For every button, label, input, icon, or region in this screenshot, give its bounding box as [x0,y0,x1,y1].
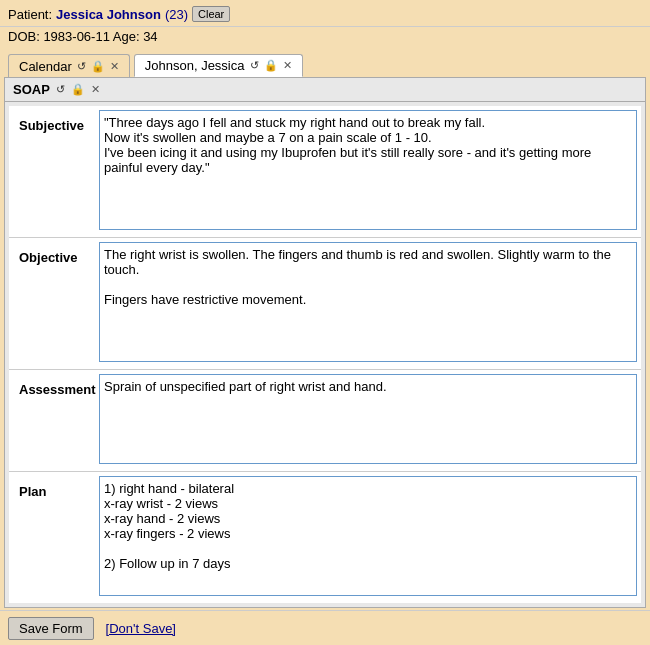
assessment-row: Assessment Sprain of unspecified part of… [9,370,641,472]
save-form-button[interactable]: Save Form [8,617,94,640]
plan-content: 1) right hand - bilateral x-ray wrist - … [99,472,641,603]
soap-content: Subjective "Three days ago I fell and st… [9,106,641,603]
patient-label: Patient: [8,7,52,22]
objective-row: Objective The right wrist is swollen. Th… [9,238,641,370]
tab-johnson-label: Johnson, Jessica [145,58,245,73]
soap-close-icon[interactable]: ✕ [91,83,100,96]
subjective-row: Subjective "Three days ago I fell and st… [9,106,641,238]
objective-content: The right wrist is swollen. The fingers … [99,238,641,369]
clear-button[interactable]: Clear [192,6,230,22]
calendar-lock-icon[interactable]: 🔒 [91,60,105,73]
patient-bar: Patient: Jessica Johnson (23) Clear [0,0,650,27]
tabs-bar: Calendar ↺ 🔒 ✕ Johnson, Jessica ↺ 🔒 ✕ [0,50,650,77]
dob-bar: DOB: 1983-06-11 Age: 34 [0,27,650,50]
patient-age: (23) [165,7,188,22]
soap-lock-icon[interactable]: 🔒 [71,83,85,96]
dob-label: DOB: 1983-06-11 Age: 34 [8,29,158,44]
plan-textarea[interactable]: 1) right hand - bilateral x-ray wrist - … [99,476,637,596]
subjective-textarea[interactable]: "Three days ago I fell and stuck my righ… [99,110,637,230]
tab-calendar[interactable]: Calendar ↺ 🔒 ✕ [8,54,130,77]
johnson-close-icon[interactable]: ✕ [283,59,292,72]
subjective-content: "Three days ago I fell and stuck my righ… [99,106,641,237]
tab-calendar-label: Calendar [19,59,72,74]
footer-bar: Save Form [Don't Save] [0,610,650,645]
plan-row: Plan 1) right hand - bilateral x-ray wri… [9,472,641,603]
plan-label: Plan [9,472,99,603]
soap-panel: SOAP ↺ 🔒 ✕ Subjective "Three days ago I … [4,77,646,608]
objective-textarea[interactable]: The right wrist is swollen. The fingers … [99,242,637,362]
calendar-refresh-icon[interactable]: ↺ [77,60,86,73]
subjective-label: Subjective [9,106,99,237]
dont-save-link[interactable]: [Don't Save] [106,621,176,636]
johnson-refresh-icon[interactable]: ↺ [250,59,259,72]
objective-label: Objective [9,238,99,369]
assessment-textarea[interactable]: Sprain of unspecified part of right wris… [99,374,637,464]
assessment-label: Assessment [9,370,99,471]
johnson-lock-icon[interactable]: 🔒 [264,59,278,72]
soap-title: SOAP [13,82,50,97]
assessment-content: Sprain of unspecified part of right wris… [99,370,641,471]
soap-toolbar: SOAP ↺ 🔒 ✕ [5,78,645,102]
tab-johnson[interactable]: Johnson, Jessica ↺ 🔒 ✕ [134,54,303,77]
patient-name: Jessica Johnson [56,7,161,22]
soap-refresh-icon[interactable]: ↺ [56,83,65,96]
calendar-close-icon[interactable]: ✕ [110,60,119,73]
